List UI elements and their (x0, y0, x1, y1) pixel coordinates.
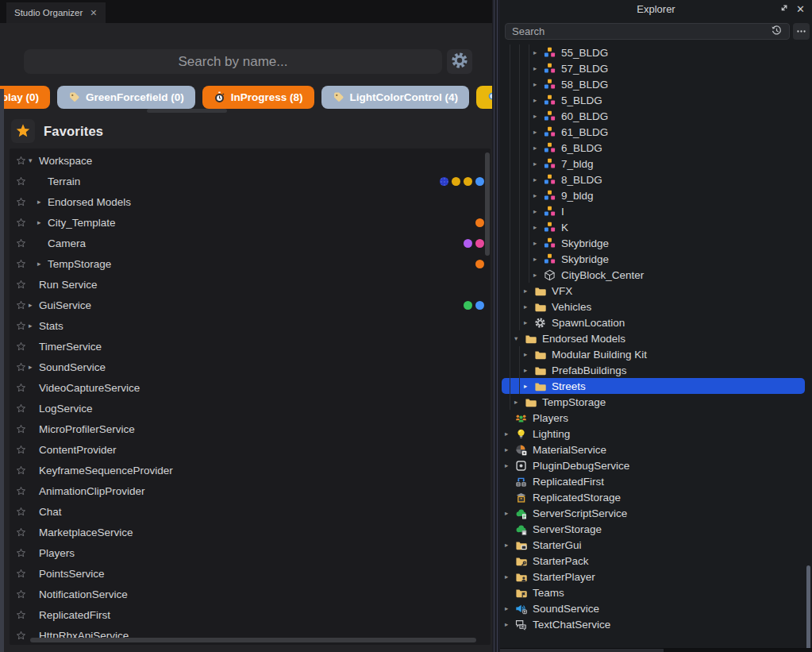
expand-arrow-icon[interactable]: ▸ (524, 318, 534, 326)
explorer-row[interactable]: ▸58_BLDG (500, 76, 812, 92)
settings-gear-button[interactable] (447, 49, 472, 74)
favorites-row[interactable]: Chat (10, 501, 491, 522)
expand-arrow-icon[interactable]: ▸ (533, 80, 544, 88)
explorer-row[interactable]: ▸TempStorage (500, 394, 812, 410)
explorer-row[interactable]: ServerStorage (500, 521, 812, 537)
favorite-star-icon[interactable] (13, 631, 29, 641)
expand-arrow-icon[interactable]: ▸ (533, 191, 544, 199)
favorite-star-icon[interactable] (13, 156, 29, 166)
expand-arrow-icon[interactable]: ▸ (29, 363, 39, 371)
explorer-more-button[interactable] (793, 23, 810, 40)
explorer-row[interactable]: ▸5_BLDG (500, 92, 812, 108)
tag-chip[interactable]: GreenForcefield (0) (57, 86, 195, 109)
explorer-horizontal-scrollbar[interactable] (500, 649, 812, 652)
explorer-row[interactable]: ▸StarterPlayer (500, 569, 812, 584)
expand-arrow-icon[interactable]: ▸ (505, 573, 515, 581)
favorite-star-icon[interactable] (13, 527, 29, 538)
favorite-star-icon[interactable] (13, 445, 29, 455)
favorites-row[interactable]: TimerService (10, 336, 491, 357)
expand-arrow-icon[interactable]: ▸ (533, 271, 544, 279)
favorites-row[interactable]: ▸SoundService (10, 357, 491, 377)
favorites-row[interactable]: ▸GuiService (10, 295, 491, 315)
explorer-row[interactable]: ▸Skybridge (500, 235, 812, 251)
explorer-row[interactable]: StarterPack (500, 553, 812, 569)
favorites-vertical-scrollbar[interactable] (485, 152, 490, 256)
explorer-row[interactable]: ▸PluginDebugService (500, 457, 812, 473)
favorite-star-icon[interactable] (13, 548, 29, 558)
favorites-row[interactable]: Terrain (10, 171, 491, 191)
favorite-star-icon[interactable] (13, 176, 29, 187)
favorite-star-icon[interactable] (13, 238, 29, 249)
explorer-row[interactable]: ▸8_BLDG (500, 172, 812, 187)
expand-arrow-icon[interactable]: ▸ (533, 112, 544, 120)
expand-arrow-icon[interactable]: ▸ (533, 176, 544, 183)
expand-arrow-icon[interactable]: ▸ (505, 541, 515, 549)
panel-splitter[interactable] (492, 0, 500, 652)
favorite-star-icon[interactable] (13, 197, 29, 207)
explorer-close-icon[interactable]: ✕ (796, 3, 805, 15)
explorer-row[interactable]: Teams (500, 584, 812, 600)
explorer-row[interactable]: ▸ServerScriptService (500, 505, 812, 521)
tag-chip[interactable]: LightColorControl (4) (321, 86, 469, 109)
favorites-row[interactable]: KeyframeSequenceProvider (10, 460, 491, 480)
favorites-row[interactable]: ▸Endorsed Models (10, 191, 491, 212)
explorer-row[interactable]: ReplicatedStorage (500, 489, 812, 505)
favorites-row[interactable]: LogService (10, 398, 491, 419)
expand-arrow-icon[interactable]: ▸ (505, 446, 515, 453)
expand-arrow-icon[interactable]: ▸ (37, 218, 48, 226)
explorer-row[interactable]: ▸9_bldg (500, 187, 812, 203)
favorites-row[interactable]: ContentProvider (10, 439, 491, 460)
expand-arrow-icon[interactable]: ▸ (533, 223, 544, 231)
expand-arrow-icon[interactable]: ▸ (524, 350, 534, 358)
favorites-row[interactable]: Camera (10, 233, 491, 253)
favorite-star-icon[interactable] (13, 259, 29, 269)
expand-arrow-icon[interactable]: ▸ (505, 620, 515, 628)
search-history-icon[interactable] (771, 25, 783, 39)
expand-arrow-icon[interactable]: ▸ (533, 48, 544, 56)
favorite-star-icon[interactable] (13, 362, 29, 372)
tag-chip[interactable]: meplay (0) (0, 86, 50, 109)
favorites-horizontal-scrollbar[interactable] (30, 638, 476, 642)
expand-arrow-icon[interactable]: ▸ (524, 287, 534, 295)
expand-arrow-icon[interactable]: ▸ (505, 509, 515, 517)
explorer-row[interactable]: ▸Modular Building Kit (500, 346, 812, 362)
explorer-row[interactable]: ReplicatedFirst (500, 473, 812, 489)
favorite-star-icon[interactable] (13, 507, 29, 517)
tab-close-icon[interactable]: ✕ (90, 8, 97, 18)
favorites-row[interactable]: MicroProfilerService (10, 419, 491, 439)
expand-arrow-icon[interactable]: ▸ (533, 144, 544, 152)
favorite-star-icon[interactable] (13, 569, 29, 579)
expand-arrow-icon[interactable]: ▸ (29, 322, 39, 330)
favorites-row[interactable]: Run Service (10, 274, 491, 295)
search-input[interactable] (24, 49, 442, 74)
favorite-star-icon[interactable] (13, 341, 29, 352)
favorite-star-icon[interactable] (13, 280, 29, 290)
expand-arrow-icon[interactable]: ▸ (533, 64, 544, 72)
favorites-row[interactable]: ▾Workspace (10, 150, 491, 171)
explorer-search-input[interactable]: Search (505, 23, 790, 40)
explorer-row[interactable]: ▸SpawnLocation (500, 314, 812, 330)
explorer-row[interactable]: ▸Skybridge (500, 251, 812, 267)
expand-arrow-icon[interactable]: ▸ (505, 604, 515, 612)
explorer-row[interactable]: ▸K (500, 219, 812, 235)
explorer-row[interactable]: ▸Lighting (500, 426, 812, 442)
explorer-row[interactable]: ▸61_BLDG (500, 124, 812, 140)
explorer-row[interactable]: ▸CityBlock_Center (500, 267, 812, 283)
favorites-row[interactable]: AnimationClipProvider (10, 480, 491, 501)
expand-arrow-icon[interactable]: ▸ (514, 398, 525, 406)
favorites-row[interactable]: Players (10, 542, 491, 563)
expand-arrow-icon[interactable]: ▸ (533, 255, 544, 263)
scrollbar-thumb[interactable] (500, 649, 664, 652)
explorer-row[interactable]: ▸VFX (500, 283, 812, 299)
expand-arrow-icon[interactable]: ▸ (533, 239, 544, 247)
explorer-vertical-scrollbar[interactable] (806, 565, 810, 650)
explorer-row[interactable]: ▸55_BLDG (500, 44, 812, 60)
explorer-row[interactable]: ▸SoundService (500, 600, 812, 616)
favorite-star-icon[interactable] (13, 218, 29, 228)
explorer-row[interactable]: ▸PrefabBuildings (500, 362, 812, 378)
expand-arrow-icon[interactable]: ▾ (29, 156, 39, 164)
favorite-star-icon[interactable] (13, 589, 29, 600)
explorer-row[interactable]: ▸I (500, 203, 812, 219)
expand-arrow-icon[interactable]: ▸ (524, 303, 534, 311)
favorite-star-icon[interactable] (13, 321, 29, 331)
